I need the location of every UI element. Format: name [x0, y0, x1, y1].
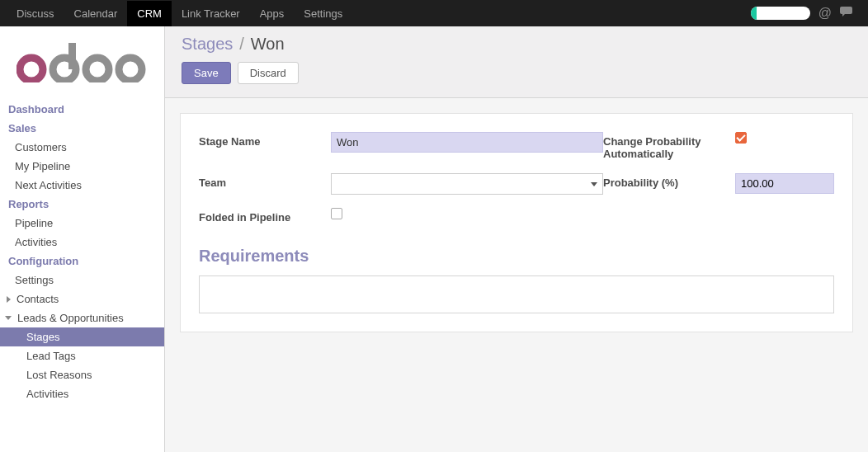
- sidebar: Dashboard Sales Customers My Pipeline Ne…: [0, 26, 165, 452]
- input-stage-name[interactable]: [331, 132, 603, 153]
- sidebar-header-sales[interactable]: Sales: [0, 119, 164, 138]
- section-requirements-title: Requirements: [181, 247, 852, 272]
- topnav-items: Discuss Calendar CRM Link Tracker Apps S…: [7, 1, 352, 26]
- breadcrumb-parent[interactable]: Stages: [182, 35, 233, 54]
- nav-calendar[interactable]: Calendar: [64, 1, 128, 26]
- svg-point-0: [20, 58, 43, 81]
- label-probability: Probability (%): [603, 173, 735, 189]
- label-folded: Folded in Pipeline: [199, 208, 331, 224]
- nav-crm[interactable]: CRM: [127, 1, 172, 26]
- sidebar-link-customers[interactable]: Customers: [0, 138, 164, 157]
- textarea-requirements[interactable]: [199, 275, 834, 313]
- main-content: Stages / Won Save Discard Stage Name Cha…: [165, 26, 868, 452]
- sidebar-tree-leads-label: Leads & Opportunities: [17, 312, 124, 324]
- sidebar-header-dashboard[interactable]: Dashboard: [0, 100, 164, 119]
- svg-point-4: [119, 58, 142, 81]
- sidebar-tree-contacts[interactable]: Contacts: [0, 290, 164, 308]
- select-team[interactable]: [331, 173, 603, 195]
- save-button[interactable]: Save: [182, 62, 231, 84]
- sidebar-tree-leads[interactable]: Leads & Opportunities: [0, 308, 164, 327]
- sidebar-tree-contacts-label: Contacts: [17, 293, 59, 305]
- at-icon[interactable]: @: [818, 6, 832, 21]
- sidebar-link-settings[interactable]: Settings: [0, 271, 164, 290]
- nav-apps[interactable]: Apps: [250, 1, 295, 26]
- sidebar-header-configuration[interactable]: Configuration: [0, 252, 164, 271]
- caret-down-icon: [5, 316, 12, 320]
- label-change-prob: Change Probability Automatically: [603, 132, 735, 160]
- input-probability[interactable]: [735, 173, 834, 194]
- top-navbar: Discuss Calendar CRM Link Tracker Apps S…: [0, 0, 868, 26]
- svg-point-3: [86, 58, 109, 81]
- breadcrumb: Stages / Won: [182, 35, 851, 54]
- discard-button[interactable]: Discard: [238, 62, 299, 84]
- checkbox-folded[interactable]: [331, 208, 342, 219]
- caret-right-icon: [7, 296, 11, 303]
- nav-settings[interactable]: Settings: [294, 1, 352, 26]
- form-sheet: Stage Name Change Probability Automatica…: [180, 113, 853, 332]
- sidebar-link-pipeline[interactable]: Pipeline: [0, 214, 164, 233]
- label-team: Team: [199, 173, 331, 189]
- svg-rect-2: [68, 43, 76, 69]
- breadcrumb-separator: /: [239, 35, 244, 54]
- breadcrumb-current: Won: [251, 35, 285, 54]
- logo: [0, 38, 164, 100]
- sidebar-header-reports[interactable]: Reports: [0, 195, 164, 214]
- sidebar-link-lost-reasons[interactable]: Lost Reasons: [0, 365, 164, 384]
- sidebar-link-stages[interactable]: Stages: [0, 327, 164, 346]
- content-header: Stages / Won Save Discard: [165, 26, 868, 98]
- progress-indicator[interactable]: [751, 7, 810, 20]
- sidebar-link-next-activities[interactable]: Next Activities: [0, 176, 164, 195]
- sidebar-link-activities[interactable]: Activities: [0, 233, 164, 252]
- nav-link-tracker[interactable]: Link Tracker: [172, 1, 250, 26]
- sidebar-link-my-pipeline[interactable]: My Pipeline: [0, 157, 164, 176]
- label-stage-name: Stage Name: [199, 132, 331, 148]
- sidebar-link-lead-tags[interactable]: Lead Tags: [0, 346, 164, 365]
- chevron-down-icon: [591, 182, 597, 186]
- nav-discuss[interactable]: Discuss: [7, 1, 64, 26]
- checkbox-change-prob[interactable]: [735, 132, 747, 144]
- sidebar-link-lo-activities[interactable]: Activities: [0, 384, 164, 403]
- chat-icon[interactable]: [840, 6, 855, 21]
